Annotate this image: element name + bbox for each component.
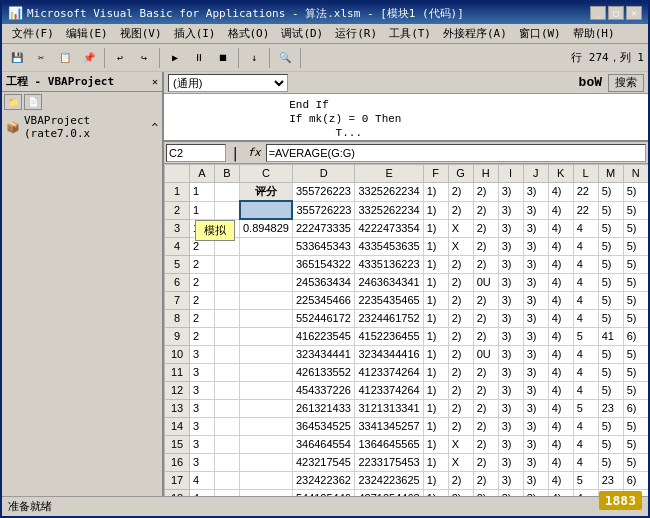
cell-g[interactable]: 2) xyxy=(448,400,473,418)
cell-e[interactable]: 3325262234 xyxy=(355,201,423,219)
row-header[interactable]: 3 xyxy=(165,219,190,238)
cell-k[interactable]: 4) xyxy=(548,238,573,256)
cell-f[interactable]: 1) xyxy=(423,328,448,346)
cell-j[interactable]: 3) xyxy=(523,364,548,382)
row-header[interactable]: 2 xyxy=(165,201,190,219)
cell-a[interactable]: 3 xyxy=(190,346,215,364)
cell-c[interactable] xyxy=(240,436,293,454)
cell-h[interactable]: 2) xyxy=(473,292,498,310)
cell-b[interactable] xyxy=(215,418,240,436)
cell-d[interactable]: 416223545 xyxy=(292,328,355,346)
cell-a[interactable]: 2 xyxy=(190,292,215,310)
cell-n[interactable]: 5) xyxy=(623,201,648,219)
cell-i[interactable]: 3) xyxy=(498,310,523,328)
cell-e[interactable]: 3341345257 xyxy=(355,418,423,436)
cell-j[interactable]: 3) xyxy=(523,400,548,418)
cell-i[interactable]: 3) xyxy=(498,238,523,256)
cut-toolbar-btn[interactable]: ✂ xyxy=(30,47,52,69)
cell-k[interactable]: 4) xyxy=(548,454,573,472)
cell-b[interactable] xyxy=(215,274,240,292)
cell-k[interactable]: 4) xyxy=(548,400,573,418)
cell-i[interactable]: 3) xyxy=(498,472,523,490)
col-header-i[interactable]: I xyxy=(498,165,523,183)
menu-window[interactable]: 窗口(W) xyxy=(513,25,567,42)
cell-n[interactable]: 5) xyxy=(623,219,648,238)
cell-j[interactable]: 3) xyxy=(523,346,548,364)
cell-e[interactable]: 1364645565 xyxy=(355,436,423,454)
cell-j[interactable]: 3) xyxy=(523,219,548,238)
cell-b[interactable] xyxy=(215,400,240,418)
cell-k[interactable]: 4) xyxy=(548,274,573,292)
cell-h[interactable]: 2) xyxy=(473,436,498,454)
cell-f[interactable]: 1) xyxy=(423,382,448,400)
cell-n[interactable]: 5) xyxy=(623,292,648,310)
cell-1-k[interactable]: 4) xyxy=(548,183,573,202)
cell-b[interactable] xyxy=(215,454,240,472)
cell-e[interactable]: 3121313341 xyxy=(355,400,423,418)
cell-b[interactable] xyxy=(215,346,240,364)
cell-e[interactable]: 4123374264 xyxy=(355,364,423,382)
cell-n[interactable]: 6) xyxy=(623,328,648,346)
cell-f[interactable]: 1) xyxy=(423,418,448,436)
maximize-button[interactable]: □ xyxy=(608,6,624,20)
cell-i[interactable]: 3) xyxy=(498,454,523,472)
cell-m[interactable]: 5) xyxy=(598,256,623,274)
col-header-c[interactable]: C xyxy=(240,165,293,183)
cell-k[interactable]: 4) xyxy=(548,310,573,328)
cell-i[interactable]: 3) xyxy=(498,400,523,418)
cell-m[interactable]: 23 xyxy=(598,472,623,490)
cell-h[interactable]: 2) xyxy=(473,472,498,490)
cell-1-e[interactable]: 3325262234 xyxy=(355,183,423,202)
cell-n[interactable]: 5) xyxy=(623,256,648,274)
cell-h[interactable]: 2) xyxy=(473,310,498,328)
cell-e[interactable]: 2233175453 xyxy=(355,454,423,472)
cell-h[interactable]: 2) xyxy=(473,219,498,238)
cell-n[interactable]: 5) xyxy=(623,310,648,328)
cell-1-f[interactable]: 1) xyxy=(423,183,448,202)
cell-a[interactable]: 1 xyxy=(190,201,215,219)
cell-c[interactable] xyxy=(240,418,293,436)
menu-view[interactable]: 视图(V) xyxy=(114,25,168,42)
cell-l[interactable]: 4 xyxy=(573,219,598,238)
cell-a[interactable]: 3 xyxy=(190,400,215,418)
cell-f[interactable]: 1) xyxy=(423,256,448,274)
cell-i[interactable]: 3) xyxy=(498,201,523,219)
cell-e[interactable]: 2463634341 xyxy=(355,274,423,292)
cell-1-l[interactable]: 22 xyxy=(573,183,598,202)
cell-l[interactable]: 4 xyxy=(573,292,598,310)
cell-f[interactable]: 1) xyxy=(423,436,448,454)
cell-e[interactable]: 3234344416 xyxy=(355,346,423,364)
cell-n[interactable]: 5) xyxy=(623,346,648,364)
sidebar-btn-1[interactable]: 📁 xyxy=(4,94,22,110)
cell-n[interactable]: 5) xyxy=(623,418,648,436)
cell-d[interactable]: 245363434 xyxy=(292,274,355,292)
cell-c[interactable] xyxy=(240,256,293,274)
cell-l[interactable]: 5 xyxy=(573,328,598,346)
cell-l[interactable]: 5 xyxy=(573,400,598,418)
cell-i[interactable]: 3) xyxy=(498,292,523,310)
cell-n[interactable]: 5) xyxy=(623,382,648,400)
cell-f[interactable]: 1) xyxy=(423,201,448,219)
sidebar-item-vbaproject[interactable]: 📦 VBAProject (rate7.0.x ^ xyxy=(2,112,162,142)
cell-j[interactable]: 3) xyxy=(523,436,548,454)
cell-n[interactable]: 5) xyxy=(623,454,648,472)
cell-l[interactable]: 4 xyxy=(573,310,598,328)
cell-m[interactable]: 23 xyxy=(598,400,623,418)
col-header-d[interactable]: D xyxy=(292,165,355,183)
cell-j[interactable]: 3) xyxy=(523,256,548,274)
col-header-f[interactable]: F xyxy=(423,165,448,183)
cell-1-h[interactable]: 2) xyxy=(473,183,498,202)
cell-g[interactable]: 2) xyxy=(448,346,473,364)
col-header-a[interactable]: A xyxy=(190,165,215,183)
cell-k[interactable]: 4) xyxy=(548,256,573,274)
cell-c[interactable] xyxy=(240,364,293,382)
cell-e[interactable]: 2235435465 xyxy=(355,292,423,310)
row-header[interactable]: 10 xyxy=(165,346,190,364)
run-toolbar-btn[interactable]: ▶ xyxy=(164,47,186,69)
cell-b[interactable] xyxy=(215,256,240,274)
cell-k[interactable]: 4) xyxy=(548,346,573,364)
cell-c[interactable] xyxy=(240,400,293,418)
cell-h[interactable]: 0U xyxy=(473,346,498,364)
cell-g[interactable]: 2) xyxy=(448,328,473,346)
col-header-j[interactable]: J xyxy=(523,165,548,183)
